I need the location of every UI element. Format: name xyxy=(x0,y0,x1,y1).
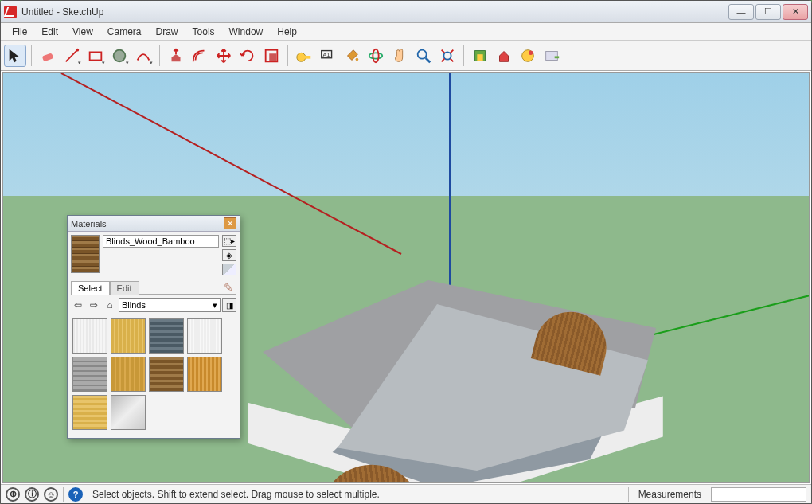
tape-measure-tool[interactable] xyxy=(293,45,315,67)
svg-text:A1: A1 xyxy=(323,50,330,57)
line-tool[interactable] xyxy=(61,45,83,67)
svg-point-1 xyxy=(76,48,80,51)
status-hint: Select objects. Shift to extend select. … xyxy=(88,489,623,500)
default-material-swatch[interactable] xyxy=(222,264,236,275)
menu-file[interactable]: File xyxy=(6,25,33,39)
svg-point-18 xyxy=(529,50,533,55)
svg-point-14 xyxy=(443,52,451,59)
app-window: Untitled - SketchUp — ☐ ✕ File Edit View… xyxy=(0,0,812,504)
svg-rect-5 xyxy=(269,53,276,61)
material-swatch[interactable] xyxy=(72,357,107,392)
svg-point-10 xyxy=(356,57,359,61)
warehouse-tool[interactable] xyxy=(469,45,491,67)
menu-camera[interactable]: Camera xyxy=(101,25,148,39)
zoom-extents-tool[interactable] xyxy=(436,45,459,67)
materials-panel-close-button[interactable]: ✕ xyxy=(224,217,236,229)
svg-rect-0 xyxy=(42,53,54,61)
geo-location-icon[interactable]: ⊕ xyxy=(6,487,20,502)
separator xyxy=(63,487,64,502)
app-icon xyxy=(4,6,17,18)
tab-edit[interactable]: Edit xyxy=(110,281,139,295)
window-title: Untitled - SketchUp xyxy=(21,6,728,18)
svg-point-13 xyxy=(418,49,427,58)
svg-rect-19 xyxy=(546,51,558,60)
menu-tools[interactable]: Tools xyxy=(186,25,221,39)
maximize-button[interactable]: ☐ xyxy=(755,4,781,20)
separator xyxy=(287,45,288,66)
separator xyxy=(159,45,160,66)
extension-warehouse-tool[interactable] xyxy=(493,45,515,67)
material-swatch[interactable] xyxy=(187,357,222,392)
material-name-input[interactable] xyxy=(103,235,219,248)
offset-tool[interactable] xyxy=(189,45,211,67)
statusbar: ⊕ ⓘ ☺ Select objects. Shift to extend se… xyxy=(1,484,811,503)
layers-tool[interactable] xyxy=(517,45,539,67)
eraser-tool[interactable] xyxy=(37,45,59,67)
pushpull-tool[interactable] xyxy=(165,45,187,67)
minimize-button[interactable]: — xyxy=(728,4,754,20)
arc-tool[interactable] xyxy=(132,45,154,67)
material-swatch[interactable] xyxy=(187,318,222,354)
zoom-tool[interactable] xyxy=(412,45,435,67)
menu-view[interactable]: View xyxy=(66,25,100,39)
menu-edit[interactable]: Edit xyxy=(35,25,64,39)
materials-panel[interactable]: Materials ✕ ⬚▸ ◈ Select Edit ✎ xyxy=(67,215,240,439)
collection-dropdown[interactable]: Blinds ▾ xyxy=(119,298,221,312)
svg-rect-2 xyxy=(90,52,102,60)
titlebar: Untitled - SketchUp — ☐ ✕ xyxy=(1,1,811,23)
material-swatch[interactable] xyxy=(72,318,107,354)
move-tool[interactable] xyxy=(213,45,235,67)
paint-bucket-tool[interactable] xyxy=(341,45,363,67)
menu-window[interactable]: Window xyxy=(223,25,270,39)
material-swatch[interactable] xyxy=(72,395,107,430)
create-material-button[interactable]: ◈ xyxy=(222,249,236,261)
credits-icon[interactable]: ⓘ xyxy=(25,487,39,502)
circle-tool[interactable] xyxy=(108,45,131,67)
orbit-tool[interactable] xyxy=(365,45,387,67)
measurements-input[interactable] xyxy=(711,487,806,502)
menubar: File Edit View Camera Draw Tools Window … xyxy=(1,23,811,41)
separator xyxy=(628,487,629,502)
model-geometry[interactable] xyxy=(242,256,688,483)
collection-dropdown-label: Blinds xyxy=(122,300,146,310)
material-swatch-grid xyxy=(68,315,240,438)
viewport-3d[interactable]: Materials ✕ ⬚▸ ◈ Select Edit ✎ xyxy=(2,72,810,483)
separator xyxy=(463,45,464,66)
help-icon[interactable] xyxy=(68,487,83,502)
material-swatch[interactable] xyxy=(111,395,146,430)
svg-point-6 xyxy=(297,53,306,61)
material-swatch[interactable] xyxy=(149,357,184,392)
chevron-down-icon: ▾ xyxy=(213,300,217,311)
details-menu-button[interactable]: ◨ xyxy=(222,298,236,312)
nav-home-button[interactable]: ⌂ xyxy=(103,298,117,312)
nav-back-button[interactable]: ⇦ xyxy=(71,298,85,312)
user-icon[interactable]: ☺ xyxy=(44,487,58,502)
eyedropper-icon[interactable]: ✎ xyxy=(224,281,233,294)
material-swatch[interactable] xyxy=(149,318,184,354)
svg-point-3 xyxy=(114,49,126,61)
rotate-tool[interactable] xyxy=(236,45,259,67)
measurements-label: Measurements xyxy=(634,489,706,500)
svg-point-12 xyxy=(373,49,378,62)
material-preview-swatch[interactable] xyxy=(71,235,100,273)
separator xyxy=(31,45,32,66)
menu-help[interactable]: Help xyxy=(271,25,303,39)
close-button[interactable]: ✕ xyxy=(783,4,808,20)
display-secondary-pane-button[interactable]: ⬚▸ xyxy=(222,235,236,247)
rectangle-tool[interactable] xyxy=(84,45,107,67)
pan-tool[interactable] xyxy=(388,45,411,67)
material-swatch[interactable] xyxy=(111,318,146,354)
toolbar: A1 xyxy=(1,41,811,71)
svg-rect-7 xyxy=(305,56,310,59)
tab-select[interactable]: Select xyxy=(71,281,110,295)
material-swatch[interactable] xyxy=(111,357,146,392)
text-tool[interactable]: A1 xyxy=(317,45,339,67)
menu-draw[interactable]: Draw xyxy=(150,25,185,39)
nav-forward-button[interactable]: ⇨ xyxy=(87,298,101,312)
scale-tool[interactable] xyxy=(260,45,283,67)
outliner-tool[interactable] xyxy=(541,45,563,67)
select-tool[interactable] xyxy=(4,45,26,67)
svg-rect-16 xyxy=(477,54,482,61)
materials-panel-titlebar[interactable]: Materials ✕ xyxy=(68,216,240,232)
svg-point-11 xyxy=(369,53,383,58)
